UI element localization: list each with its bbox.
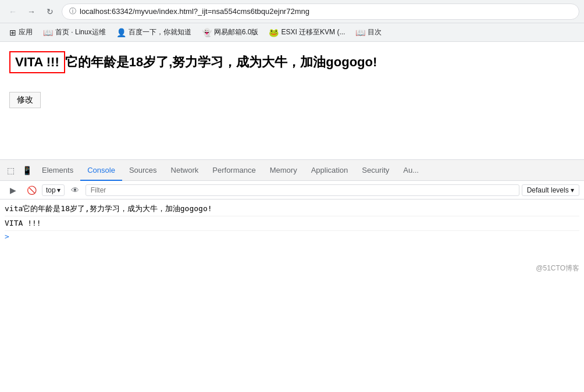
back-button[interactable]: ← [5,3,21,20]
devtools-tabs: ⬚ 📱 Elements Console Sources Network Per… [0,160,584,181]
modify-button[interactable]: 修改 [9,92,41,108]
book-icon-2: 📖 [355,28,365,37]
tab-console[interactable]: Console [80,160,122,181]
tab-performance[interactable]: Performance [205,160,262,181]
tab-application[interactable]: Application [304,160,355,181]
forward-button[interactable]: → [23,3,40,20]
console-prompt[interactable]: > [5,231,579,242]
refresh-button[interactable]: ↻ [42,3,58,20]
esxi-icon: 🐸 [269,28,279,37]
console-block-icon[interactable]: 🚫 [23,182,40,198]
tab-network[interactable]: Network [164,160,206,181]
watermark: @51CTO博客 [536,263,579,273]
lock-icon: ⓘ [69,6,76,16]
address-bar[interactable]: ⓘ localhost:63342/myvue/index.html?_ijt=… [62,3,579,20]
baidu-icon: 👤 [116,28,126,37]
main-text: 它的年龄是18岁了,努力学习，成为大牛，加油gogogo! [65,54,378,71]
apps-icon: ⊞ [9,28,16,37]
tab-security[interactable]: Security [355,160,396,181]
console-play-icon[interactable]: ▶ [5,182,21,198]
console-eye-icon[interactable]: 👁 [67,182,83,198]
tab-memory[interactable]: Memory [263,160,304,181]
bookmark-email[interactable]: 👻 网易邮箱6.0版 [197,26,263,39]
console-filter-input[interactable] [86,184,519,196]
tab-elements[interactable]: Elements [35,160,80,181]
vita-box: VITA !!! [9,51,65,73]
console-output: vita它的年龄是18岁了,努力学习，成为大牛，加油gogogo! VITA !… [0,199,584,276]
vita-label: VITA !!! [15,55,59,69]
tab-audits[interactable]: Au... [396,160,426,181]
bookmark-email-label: 网易邮箱6.0版 [214,27,259,37]
book-icon-1: 📖 [43,28,53,37]
bookmark-esxi-label: ESXI 迁移至KVM (... [281,27,345,37]
browser-toolbar: ← → ↻ ⓘ localhost:63342/myvue/index.html… [0,0,584,23]
bookmark-apps-label: 应用 [19,27,33,37]
console-toolbar: ▶ 🚫 top ▾ 👁 Default levels ▾ [0,181,584,199]
page-content: VITA !!! 它的年龄是18岁了,努力学习，成为大牛，加油gogogo! 修… [0,42,584,276]
bookmark-home-linux-label: 首页 · Linux运维 [55,27,106,37]
bookmark-more[interactable]: 📖 目次 [351,26,386,39]
console-line-1: vita它的年龄是18岁了,努力学习，成为大牛，加油gogogo! [5,202,579,216]
devtools-device-icon[interactable]: 📱 [19,162,35,179]
devtools-inspect-icon[interactable]: ⬚ [2,162,19,179]
levels-label: Default levels ▾ [527,186,574,194]
bookmark-esxi[interactable]: 🐸 ESXI 迁移至KVM (... [264,26,350,39]
email-icon: 👻 [202,28,212,37]
nav-buttons: ← → ↻ [5,3,58,20]
address-text: localhost:63342/myvue/index.html?_ijt=ns… [80,7,309,16]
bookmark-home-linux[interactable]: 📖 首页 · Linux运维 [38,26,111,39]
top-selector-arrow: ▾ [57,186,60,194]
bookmark-more-label: 目次 [368,27,382,37]
tab-sources[interactable]: Sources [122,160,164,181]
bookmark-baidu[interactable]: 👤 百度一下，你就知道 [112,26,196,39]
top-selector-wrapper[interactable]: top ▾ [42,184,65,196]
devtools-panel: ⬚ 📱 Elements Console Sources Network Per… [0,159,584,276]
bookmark-baidu-label: 百度一下，你就知道 [129,27,191,37]
console-line-2: VITA !!! [5,216,579,231]
top-selector-label: top [46,186,56,194]
default-levels-selector[interactable]: Default levels ▾ [522,184,579,196]
bookmarks-bar: ⊞ 应用 📖 首页 · Linux运维 👤 百度一下，你就知道 👻 网易邮箱6.… [0,23,584,42]
bookmark-apps[interactable]: ⊞ 应用 [5,26,37,39]
